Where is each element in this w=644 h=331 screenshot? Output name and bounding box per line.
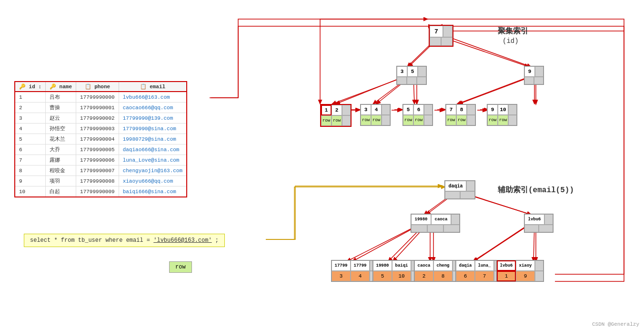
cell-name: 露娜 bbox=[46, 155, 76, 166]
cell-email: baiqi666@sina.com bbox=[119, 186, 187, 197]
secondary-index-label: 辅助索引(email(5)) bbox=[498, 185, 574, 195]
cell-name: 白起 bbox=[46, 186, 76, 197]
watermark: CSDN @Generalzy bbox=[592, 321, 639, 327]
cell-id: 3 bbox=[15, 113, 46, 124]
cell-phone: 17799990001 bbox=[76, 103, 119, 113]
table-row: 6 大乔 17799990005 daqiao666@sina.com bbox=[15, 145, 187, 155]
cell-email: 17799990@139.com bbox=[119, 113, 187, 124]
cell-name: 吕布 bbox=[46, 92, 76, 103]
cell-id: 7 bbox=[15, 155, 46, 166]
secondary-leaf-4: daqia luna_ 6 7 bbox=[455, 260, 503, 282]
clustered-leaf-1: 1 2 row row bbox=[320, 104, 352, 127]
table-row: 2 曹操 17799990001 caocao666@qq.com bbox=[15, 103, 187, 113]
cell-email: chengyaojin@163.com bbox=[119, 166, 187, 176]
cell-email: 19980729@sina.com bbox=[119, 134, 187, 145]
cell-phone: 17799990008 bbox=[76, 176, 119, 186]
col-email: 📋 email bbox=[119, 82, 187, 92]
cell-phone: 17799990003 bbox=[76, 124, 119, 134]
clustered-root-node: 7 bbox=[429, 25, 453, 47]
cell-id: 2 bbox=[15, 103, 46, 113]
clustered-leaf-3: 5 6 row row bbox=[402, 104, 433, 126]
clustered-leaf-4: 7 8 row row bbox=[445, 104, 476, 126]
cell-phone: 17799990000 bbox=[76, 92, 119, 103]
clustered-l1-left: 3 5 bbox=[396, 66, 427, 85]
cell-phone: 17799990004 bbox=[76, 134, 119, 145]
secondary-leaf-1: 17799 17799 3 4 bbox=[331, 260, 379, 282]
cell-phone: 17799990007 bbox=[76, 166, 119, 176]
cell-name: 项羽 bbox=[46, 176, 76, 186]
secondary-l1-left: 19980 caoca bbox=[411, 214, 460, 233]
clustered-leaf-5: 9 10 row row bbox=[487, 104, 517, 126]
cell-id: 8 bbox=[15, 166, 46, 176]
cell-email: luna_Love@sina.com bbox=[119, 155, 187, 166]
cell-email: daqiao666@sina.com bbox=[119, 145, 187, 155]
col-phone: 📋 phone bbox=[76, 82, 119, 92]
table-row: 7 露娜 17799990006 luna_Love@sina.com bbox=[15, 155, 187, 166]
clustered-index-label: 聚集索引 bbox=[498, 26, 528, 36]
secondary-leaf-3: caoca cheng 2 8 bbox=[414, 260, 462, 282]
cell-phone: 17799990002 bbox=[76, 113, 119, 124]
cell-name: 程咬金 bbox=[46, 166, 76, 176]
secondary-leaf-2: 19980 baiqi 5 10 bbox=[372, 260, 420, 282]
cell-name: 孙悟空 bbox=[46, 124, 76, 134]
table-row: 4 孙悟空 17799990003 17799990@sina.com bbox=[15, 124, 187, 134]
cell-name: 大乔 bbox=[46, 145, 76, 155]
cell-id: 1 bbox=[15, 92, 46, 103]
clustered-index-sub: (id) bbox=[503, 37, 519, 45]
table-row: 9 项羽 17799990008 xiaoyu666@qq.com bbox=[15, 176, 187, 186]
secondary-leaf-5: lvbu6 xiaoy 1 9 bbox=[496, 260, 544, 282]
clustered-l1-right: 9 bbox=[524, 66, 544, 85]
cell-id: 10 bbox=[15, 186, 46, 197]
cell-phone: 17799990005 bbox=[76, 145, 119, 155]
table-row: 1 吕布 17799990000 lvbu666@163.com bbox=[15, 92, 187, 103]
svg-line-13 bbox=[352, 225, 419, 261]
cell-id: 6 bbox=[15, 145, 46, 155]
cell-email: 17799990@sina.com bbox=[119, 124, 187, 134]
col-id: 🔑 id ↕ bbox=[15, 82, 46, 92]
table-row: 3 赵云 17799990002 17799990@139.com bbox=[15, 113, 187, 124]
cell-email: caocao666@qq.com bbox=[119, 103, 187, 113]
table-row: 8 程咬金 17799990007 chengyaojin@163.com bbox=[15, 166, 187, 176]
cell-name: 赵云 bbox=[46, 113, 76, 124]
col-name: 🔑 name bbox=[46, 82, 76, 92]
svg-line-16 bbox=[474, 225, 529, 261]
cell-phone: 17799990009 bbox=[76, 186, 119, 197]
tb-user-table: 🔑 id ↕ 🔑 name 📋 phone 📋 email 1 吕布 17799… bbox=[14, 81, 187, 197]
sql-query-box: select * from tb_user where email = 'lvb… bbox=[24, 234, 225, 247]
svg-line-2 bbox=[336, 77, 402, 104]
cell-phone: 17799990006 bbox=[76, 155, 119, 166]
clustered-leaf-2: 3 4 row row bbox=[360, 104, 391, 126]
secondary-l1-right: lvbu6 bbox=[524, 214, 553, 233]
svg-line-5 bbox=[457, 77, 528, 104]
cell-id: 4 bbox=[15, 124, 46, 134]
cell-name: 曹操 bbox=[46, 103, 76, 113]
cell-id: 5 bbox=[15, 134, 46, 145]
cell-email: xiaoyu666@qq.com bbox=[119, 176, 187, 186]
cell-email: lvbu666@163.com bbox=[119, 92, 187, 103]
row-legend: row bbox=[169, 261, 192, 273]
sql-email-value: 'lvbu666@163.com' bbox=[153, 237, 211, 244]
database-table: 🔑 id ↕ 🔑 name 📋 phone 📋 email 1 吕布 17799… bbox=[14, 81, 187, 197]
table-row: 10 白起 17799990009 baiqi666@sina.com bbox=[15, 186, 187, 197]
cell-id: 9 bbox=[15, 176, 46, 186]
secondary-root-node: daqia bbox=[444, 180, 475, 199]
table-row: 5 花木兰 17799990004 19980729@sina.com bbox=[15, 134, 187, 145]
cell-name: 花木兰 bbox=[46, 134, 76, 145]
